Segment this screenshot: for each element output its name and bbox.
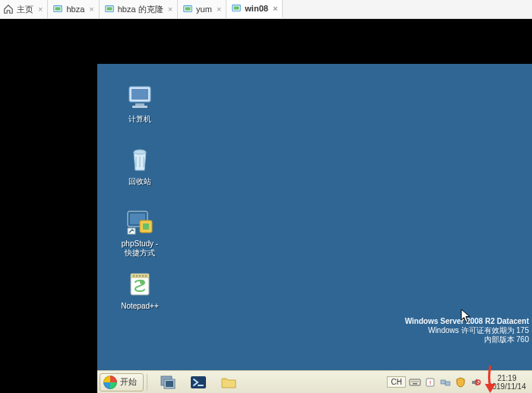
tab-label: hbza 的克隆 <box>118 4 163 15</box>
tab-strip: 主页 × hbza × hbza 的克隆 × yum × win08 × <box>0 0 532 19</box>
watermark-line1: Windows Server 2008 R2 Datacent <box>405 317 529 326</box>
close-icon[interactable]: × <box>273 4 277 13</box>
svg-point-12 <box>134 150 146 154</box>
tray-clock[interactable]: 21:19 2019/11/14 <box>485 374 529 391</box>
svg-point-34 <box>417 381 418 382</box>
vm-viewport: 计算机 回收站 <box>0 19 532 393</box>
explorer-icon <box>220 374 238 391</box>
tab-win08[interactable]: win08 × <box>226 0 283 18</box>
taskbar-separator <box>147 374 150 391</box>
tab-label: yum <box>196 5 212 14</box>
svg-rect-27 <box>166 381 173 387</box>
icon-label: phpStudy - 快捷方式 <box>109 239 170 258</box>
icon-label: 计算机 <box>109 115 170 124</box>
guest-desktop[interactable]: 计算机 回收站 <box>97 64 532 393</box>
windows-watermark: Windows Server 2008 R2 Datacent Windows … <box>405 317 529 344</box>
server-manager-icon <box>159 374 177 391</box>
phpstudy-icon <box>125 207 155 237</box>
tray-network-icon[interactable] <box>439 376 451 388</box>
svg-point-21 <box>139 275 141 277</box>
close-icon[interactable]: × <box>38 5 43 14</box>
tab-label: hbza <box>66 5 84 14</box>
tab-hbza[interactable]: hbza × <box>48 0 99 18</box>
system-tray: CH ! 21:19 2019/11/14 <box>384 371 532 393</box>
svg-rect-38 <box>441 380 445 384</box>
desktop-icon-recycle-bin[interactable]: 回收站 <box>109 144 170 186</box>
tray-alert-icon[interactable]: ! <box>424 376 436 388</box>
tab-label: win08 <box>245 4 268 13</box>
svg-rect-29 <box>410 379 420 385</box>
vm-icon <box>182 4 193 14</box>
computer-icon <box>125 82 155 113</box>
tab-yum[interactable]: yum × <box>178 0 226 18</box>
svg-rect-11 <box>132 106 147 108</box>
icon-label: Notepad++ <box>109 302 170 311</box>
svg-rect-35 <box>413 383 417 384</box>
tabstrip-spacer <box>283 0 532 18</box>
close-icon[interactable]: × <box>217 5 221 14</box>
home-icon <box>3 4 14 14</box>
svg-rect-9 <box>131 89 148 100</box>
svg-rect-3 <box>106 7 112 10</box>
taskbar-pinned-server-manager[interactable] <box>153 372 183 392</box>
taskbar: 开始 <box>97 370 532 393</box>
tray-volume-icon[interactable] <box>470 376 482 388</box>
svg-rect-5 <box>185 7 191 10</box>
desktop-surface[interactable]: 计算机 回收站 <box>97 64 532 370</box>
vm-icon <box>104 4 115 14</box>
powershell-icon <box>189 374 207 391</box>
desktop-icon-computer[interactable]: 计算机 <box>109 82 170 124</box>
notepadpp-icon <box>125 269 155 300</box>
svg-point-19 <box>133 275 135 277</box>
taskbar-pinned-powershell[interactable] <box>183 372 214 392</box>
svg-rect-7 <box>234 6 239 9</box>
svg-point-30 <box>411 381 412 382</box>
svg-point-24 <box>140 280 144 284</box>
svg-rect-39 <box>445 382 450 385</box>
vm-icon <box>52 4 63 14</box>
icon-label: 回收站 <box>109 177 170 186</box>
tray-shield-icon[interactable] <box>454 376 467 388</box>
svg-point-23 <box>145 275 147 277</box>
tray-keyboard-icon[interactable] <box>409 376 421 388</box>
svg-point-20 <box>136 275 138 277</box>
svg-point-31 <box>413 381 413 382</box>
tray-language[interactable]: CH <box>387 376 405 388</box>
desktop-icon-phpstudy[interactable]: phpStudy - 快捷方式 <box>109 207 170 258</box>
tab-hbza-clone[interactable]: hbza 的克隆 × <box>100 0 178 18</box>
watermark-line3: 内部版本 760 <box>405 335 529 344</box>
watermark-line2: Windows 许可证有效期为 175 <box>405 326 529 335</box>
svg-text:!: ! <box>429 379 431 386</box>
start-button[interactable]: 开始 <box>100 373 144 391</box>
tab-home[interactable]: 主页 × <box>0 0 48 18</box>
recycle-bin-icon <box>125 144 155 175</box>
svg-rect-10 <box>135 103 144 106</box>
tray-date: 2019/11/14 <box>488 382 526 391</box>
close-icon[interactable]: × <box>89 5 93 14</box>
windows-orb-icon <box>103 376 117 389</box>
svg-rect-1 <box>55 7 61 10</box>
svg-point-22 <box>142 275 144 277</box>
vm-icon <box>231 3 242 14</box>
close-icon[interactable]: × <box>168 5 173 14</box>
svg-point-32 <box>414 381 415 382</box>
desktop-icon-notepadpp[interactable]: Notepad++ <box>109 269 170 311</box>
start-label: 开始 <box>120 376 137 388</box>
tab-home-label: 主页 <box>17 4 33 15</box>
tray-time: 21:19 <box>488 374 526 382</box>
taskbar-pinned-explorer[interactable] <box>214 372 244 392</box>
svg-point-33 <box>416 381 416 382</box>
